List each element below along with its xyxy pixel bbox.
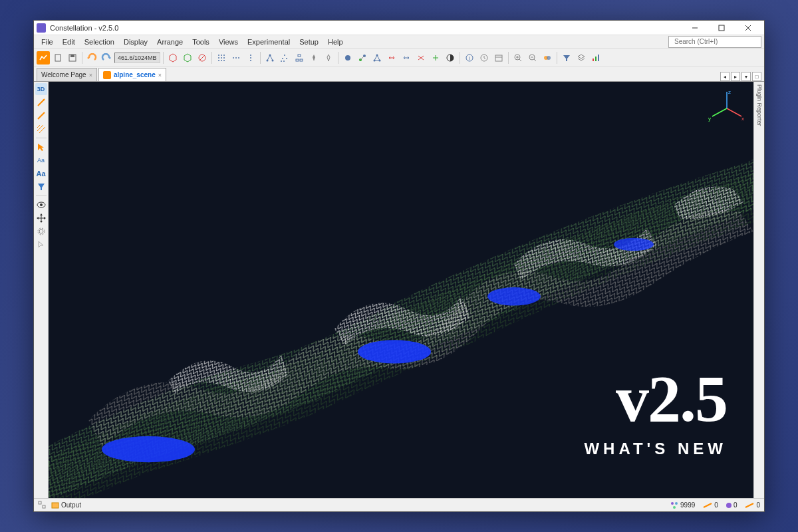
shuffle-button[interactable]	[414, 51, 428, 65]
hatch-icon	[37, 124, 46, 134]
svg-marker-85	[37, 217, 39, 219]
output-label: Output	[61, 501, 81, 509]
chart-icon	[592, 54, 600, 62]
gear-tool-button[interactable]	[35, 225, 47, 237]
edge-count: 0	[714, 501, 718, 509]
arrows-blue-button[interactable]	[400, 51, 413, 65]
minimize-button[interactable]	[682, 21, 708, 35]
info-button[interactable]: i	[463, 51, 476, 65]
zoom-out-button[interactable]	[526, 51, 539, 65]
zoom-in-button[interactable]	[511, 51, 525, 65]
filter-button[interactable]	[560, 51, 573, 65]
color-button[interactable]	[541, 51, 554, 65]
vline-button[interactable]	[244, 51, 257, 65]
arrow-diag-icon	[37, 98, 46, 107]
search-box[interactable]	[668, 36, 761, 48]
eye-tool-button[interactable]	[35, 199, 47, 211]
edge-button[interactable]	[356, 51, 369, 65]
svg-point-80	[40, 203, 43, 206]
svg-marker-84	[40, 221, 43, 223]
move-tool-button[interactable]	[35, 212, 47, 224]
unpin-button[interactable]	[322, 51, 335, 65]
menu-edit[interactable]: Edit	[58, 37, 80, 47]
line-button[interactable]	[229, 51, 243, 65]
menu-arrange[interactable]: Arrange	[152, 37, 188, 47]
mode-3d-button[interactable]: 3D	[35, 83, 47, 95]
hatch-tool-button[interactable]	[35, 123, 47, 135]
clock-button[interactable]	[477, 51, 491, 65]
maximize-button[interactable]	[708, 21, 735, 35]
window-list-icon[interactable]	[38, 501, 46, 510]
menu-help[interactable]: Help	[323, 37, 348, 47]
text-large-button[interactable]: Aa	[35, 168, 47, 180]
menu-setup[interactable]: Setup	[295, 37, 323, 47]
svg-line-96	[712, 108, 727, 116]
arrow-tool-button[interactable]	[35, 96, 47, 108]
output-panel-button[interactable]: Output	[51, 501, 81, 509]
pin-button[interactable]	[307, 51, 321, 65]
graph-icon	[39, 54, 47, 62]
edge-icon	[703, 502, 712, 509]
triangle-button[interactable]	[370, 51, 384, 65]
close-icon	[745, 25, 751, 31]
text-small-button[interactable]: Aa	[35, 154, 47, 166]
menu-experimental[interactable]: Experimental	[243, 37, 295, 47]
grid-button[interactable]	[215, 51, 228, 65]
tab-menu-button[interactable]: ▾	[741, 72, 751, 81]
tab-alpine-scene[interactable]: alpine_scene ×	[98, 68, 166, 81]
svg-point-47	[378, 59, 380, 61]
circle-stop-button[interactable]	[196, 51, 209, 65]
select-arrow-button[interactable]	[35, 141, 47, 153]
tab-close-icon[interactable]: ×	[89, 72, 92, 78]
search-input[interactable]	[674, 38, 759, 45]
menu-views[interactable]: Views	[214, 37, 243, 47]
hexagon-button[interactable]	[166, 51, 180, 65]
right-rail[interactable]: Plugin Reporter	[753, 82, 764, 498]
arrows-red-button[interactable]	[385, 51, 398, 65]
zoom-in-icon	[514, 54, 522, 62]
line-tool-button[interactable]	[35, 110, 47, 122]
nodes-icon	[670, 501, 678, 509]
calendar-button[interactable]	[492, 51, 505, 65]
tab-close-icon[interactable]: ×	[158, 72, 162, 78]
tab-next-button[interactable]: ▸	[731, 72, 740, 81]
tree-button[interactable]	[263, 51, 277, 65]
menu-tools[interactable]: Tools	[188, 37, 214, 47]
tab-welcome[interactable]: Welcome Page ×	[37, 68, 97, 81]
color-icon	[543, 54, 551, 62]
hexagon-green-button[interactable]	[181, 51, 194, 65]
tab-label: alpine_scene	[114, 71, 156, 78]
svg-line-54	[484, 58, 485, 59]
svg-line-58	[519, 59, 521, 61]
undo-button[interactable]	[85, 51, 98, 65]
graph-viewport[interactable]: z x y v2.5 WHAT'S NEW	[49, 82, 753, 498]
menu-file[interactable]: File	[37, 37, 58, 47]
tree2-button[interactable]	[278, 51, 291, 65]
save-button[interactable]	[66, 51, 79, 65]
menu-selection[interactable]: Selection	[80, 37, 119, 47]
expand-icon	[432, 54, 440, 62]
contrast-button[interactable]	[444, 51, 457, 65]
close-button[interactable]	[735, 21, 761, 35]
new-graph-button[interactable]	[37, 51, 50, 65]
pointer-tool-button[interactable]	[35, 239, 47, 251]
filter-tool-button[interactable]	[35, 181, 47, 193]
expand-button[interactable]	[429, 51, 442, 65]
vdots-icon	[247, 54, 255, 62]
redo-button[interactable]	[100, 51, 113, 65]
svg-line-44	[360, 56, 364, 60]
line-icon	[37, 111, 46, 120]
open-button[interactable]	[51, 51, 65, 65]
hierarchy-button[interactable]	[293, 51, 306, 65]
svg-point-21	[223, 60, 225, 61]
info-icon: i	[466, 54, 473, 62]
menu-display[interactable]: Display	[119, 37, 152, 47]
svg-text:i: i	[469, 55, 470, 61]
node-button[interactable]	[341, 51, 354, 65]
axis-gizmo[interactable]: z x y	[707, 88, 747, 128]
tab-maximize-button[interactable]: □	[752, 72, 761, 81]
version-label: v2.5	[584, 369, 727, 429]
layers-button[interactable]	[575, 51, 588, 65]
chart-button[interactable]	[589, 51, 602, 65]
tab-prev-button[interactable]: ◂	[720, 72, 730, 81]
